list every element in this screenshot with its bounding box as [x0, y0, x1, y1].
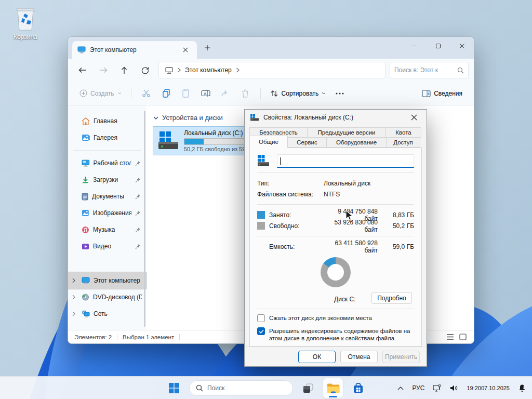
- sidebar-item-label: Изображения: [93, 209, 131, 217]
- clock-date: 07.10.2025: [481, 385, 510, 392]
- sidebar-item-desktop[interactable]: Рабочий стол: [68, 155, 146, 171]
- pin-icon: [135, 161, 141, 166]
- copy-button[interactable]: [156, 85, 176, 102]
- tab-close-button[interactable]: [179, 44, 192, 56]
- taskbar-search[interactable]: Поиск: [189, 380, 293, 396]
- clock[interactable]: 19:20 07.10.2025: [464, 379, 512, 397]
- tab-quota[interactable]: Квота: [385, 127, 421, 138]
- tray-overflow-button[interactable]: [395, 379, 406, 397]
- task-view-button[interactable]: [298, 378, 318, 398]
- sidebar-item-this-pc[interactable]: Этот компьютер: [68, 272, 146, 289]
- free-swatch: [257, 222, 265, 230]
- store-button[interactable]: [348, 378, 368, 398]
- explorer-tab[interactable]: Этот компьютер: [72, 41, 197, 59]
- sidebar-item-label: Рабочий стол: [94, 159, 131, 167]
- dvd-icon: [82, 294, 89, 301]
- used-swatch: [257, 211, 265, 219]
- close-icon: [411, 114, 417, 121]
- tab-previous-versions[interactable]: Предыдущие версии: [307, 127, 386, 138]
- sidebar-item-music[interactable]: Музыка: [68, 221, 146, 238]
- sidebar-item-label: Видео: [93, 243, 111, 250]
- forward-button[interactable]: [94, 62, 113, 78]
- new-button[interactable]: Создать: [75, 85, 126, 102]
- music-icon: [82, 226, 89, 234]
- pin-icon: [135, 227, 141, 233]
- sidebar-item-network[interactable]: Сеть: [68, 305, 146, 322]
- search-placeholder: Поиск в: Этот к: [394, 66, 457, 74]
- sidebar-item-videos[interactable]: Видео: [68, 238, 146, 255]
- breadcrumb[interactable]: Этот компьютер: [185, 66, 232, 74]
- text-caret: [280, 157, 281, 165]
- file-explorer-button[interactable]: [323, 378, 343, 398]
- maximize-button[interactable]: [426, 37, 450, 55]
- network-icon: [82, 310, 90, 317]
- tab-sharing[interactable]: Доступ: [386, 137, 420, 148]
- index-checkbox[interactable]: [257, 327, 265, 335]
- tab-hardware[interactable]: Оборудование: [326, 137, 387, 148]
- volume-icon: [450, 384, 458, 392]
- sort-icon: [270, 90, 278, 97]
- volume-label-input[interactable]: [277, 154, 414, 168]
- apply-button[interactable]: Применить: [382, 351, 420, 363]
- tab-general[interactable]: Общие: [249, 136, 288, 148]
- monitor-icon: [165, 67, 173, 74]
- address-bar[interactable]: Этот компьютер: [158, 62, 385, 78]
- more-button[interactable]: [330, 85, 350, 102]
- dialog-close-button[interactable]: [404, 111, 424, 124]
- sidebar-item-dvd-drive[interactable]: DVD-дисковод (D:): [68, 289, 146, 305]
- close-button[interactable]: [450, 37, 474, 55]
- chevron-down-icon: [117, 92, 122, 95]
- compress-checkbox-row[interactable]: Сжать этот диск для экономии места: [257, 314, 414, 322]
- details-pane-button[interactable]: Сведения: [418, 85, 467, 102]
- explorer-icon: [327, 383, 340, 394]
- language-indicator[interactable]: РУС: [409, 379, 427, 397]
- tab-tools[interactable]: Сервис: [287, 137, 327, 148]
- sidebar-item-downloads[interactable]: Загрузки: [68, 171, 146, 188]
- sidebar-item-pictures[interactable]: Изображения: [68, 205, 146, 221]
- volume-button[interactable]: [447, 379, 461, 397]
- taskbar: Поиск РУС 19:20: [0, 376, 532, 399]
- sort-button[interactable]: Сортировать: [266, 85, 330, 102]
- start-button[interactable]: [164, 378, 184, 398]
- explorer-sidebar: Главная Галерея Рабочий стол Загрузки До…: [68, 105, 146, 330]
- list-view-icon: [446, 334, 454, 340]
- details-button[interactable]: Подробно: [371, 292, 412, 304]
- refresh-button[interactable]: [136, 62, 154, 78]
- compress-checkbox[interactable]: [257, 314, 265, 322]
- back-button[interactable]: [73, 62, 92, 78]
- copy-icon: [162, 89, 170, 98]
- list-view-button[interactable]: [446, 334, 454, 340]
- delete-button[interactable]: [235, 85, 255, 102]
- paste-button[interactable]: [176, 85, 196, 102]
- pin-icon: [135, 244, 141, 249]
- sidebar-item-label: Главная: [94, 117, 117, 125]
- notification-bell-button[interactable]: z: [515, 379, 529, 397]
- minimize-button[interactable]: [402, 37, 426, 55]
- rename-button[interactable]: A: [196, 85, 216, 102]
- sidebar-item-home[interactable]: Главная: [68, 113, 146, 129]
- ok-button[interactable]: ОК: [298, 351, 336, 363]
- sidebar-item-label: DVD-дисковод (D:): [93, 294, 142, 301]
- desktop-icon: [82, 159, 90, 167]
- status-selection: Выбран 1 элемент: [117, 334, 180, 340]
- up-button[interactable]: [115, 62, 134, 78]
- sidebar-item-gallery[interactable]: Галерея: [68, 129, 146, 146]
- sidebar-item-documents[interactable]: Документы: [68, 188, 146, 205]
- toolbar-separator: [131, 88, 131, 99]
- explorer-tabstrip: Этот компьютер: [68, 37, 474, 59]
- cancel-button[interactable]: Отмена: [340, 351, 378, 363]
- network-button[interactable]: [430, 379, 444, 397]
- more-icon: [336, 92, 344, 95]
- toolbar-separator: [260, 88, 261, 99]
- search-input[interactable]: Поиск в: Этот к: [390, 62, 469, 78]
- mouse-cursor: [344, 210, 354, 221]
- new-tab-button[interactable]: [201, 42, 214, 54]
- pin-icon: [135, 177, 141, 183]
- sidebar-item-label: Документы: [92, 193, 124, 200]
- cut-button[interactable]: [137, 85, 156, 102]
- large-view-button[interactable]: [459, 334, 467, 340]
- recycle-bin[interactable]: Корзина: [5, 6, 46, 41]
- recycle-bin-label: Корзина: [5, 33, 46, 41]
- share-button[interactable]: [216, 85, 235, 102]
- index-checkbox-row[interactable]: Разрешить индексировать содержимое файло…: [257, 327, 414, 342]
